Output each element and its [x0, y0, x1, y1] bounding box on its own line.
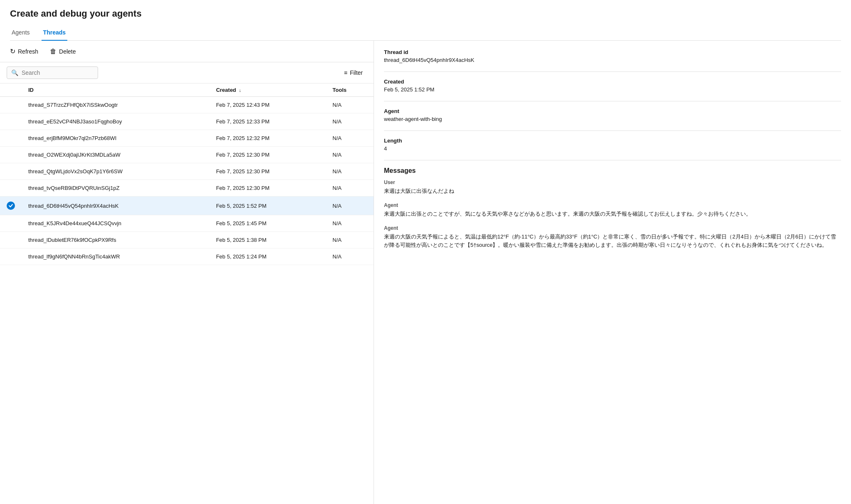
- search-icon: 🔍: [11, 69, 18, 76]
- row-id: thread_eE52vCP4NBJ3aso1FqghoBoy: [22, 113, 209, 130]
- page-header: Create and debug your agents Agents Thre…: [0, 0, 851, 41]
- refresh-label: Refresh: [18, 48, 38, 55]
- messages-container: User来週は大阪に出張なんだよねAgent来週大阪に出張とのことですが、気にな…: [384, 179, 841, 250]
- divider-3: [384, 130, 841, 131]
- row-check-cell: [0, 113, 22, 130]
- tab-agents[interactable]: Agents: [10, 26, 32, 41]
- table-row[interactable]: thread_lDubletER76k9fOCpkPX9RfsFeb 5, 20…: [0, 232, 374, 248]
- row-created: Feb 5, 2025 1:52 PM: [209, 197, 326, 215]
- row-id: thread_tvQseRB9iDtPVQRUinSGj1pZ: [22, 180, 209, 197]
- table-row[interactable]: thread_erjBfM9MOkr7ql2n7Pzb68WIFeb 7, 20…: [0, 130, 374, 147]
- message-block: Agent来週大阪に出張とのことですが、気になる天気や寒さなどがあると思います。…: [384, 202, 841, 219]
- length-label: Length: [384, 138, 841, 144]
- divider-4: [384, 160, 841, 160]
- row-created: Feb 5, 2025 1:45 PM: [209, 215, 326, 232]
- agent-value: weather-agent-with-bing: [384, 116, 841, 122]
- row-tools: N/A: [326, 248, 374, 265]
- row-check-cell: [0, 147, 22, 163]
- row-check-cell: [0, 180, 22, 197]
- check-icon: [7, 202, 15, 210]
- row-created: Feb 5, 2025 1:24 PM: [209, 248, 326, 265]
- threads-table-container: ID Created ↓ Tools thread_S7TrzcZFHfQbX7…: [0, 84, 374, 504]
- filter-label: Filter: [350, 69, 363, 76]
- message-role: Agent: [384, 202, 841, 208]
- left-panel: ↻ Refresh 🗑 Delete 🔍 ≡ Filter: [0, 41, 374, 504]
- created-value: Feb 5, 2025 1:52 PM: [384, 86, 841, 93]
- divider-2: [384, 101, 841, 101]
- row-tools: N/A: [326, 130, 374, 147]
- tab-threads[interactable]: Threads: [42, 26, 67, 41]
- row-tools: N/A: [326, 197, 374, 215]
- created-section: Created Feb 5, 2025 1:52 PM: [384, 79, 841, 93]
- message-block: Agent来週の大阪の天気予報によると、気温は最低約12°F（約-11°C）から…: [384, 225, 841, 250]
- row-id: thread_QtgWLjdoVx2sOqK7p1Y6r6SW: [22, 163, 209, 180]
- row-check-cell: [0, 130, 22, 147]
- row-id: thread_lf9gN6fQNN4bRnSgTic4akWR: [22, 248, 209, 265]
- row-created: Feb 7, 2025 12:33 PM: [209, 113, 326, 130]
- row-tools: N/A: [326, 97, 374, 113]
- message-text: 来週大阪に出張とのことですが、気になる天気や寒さなどがあると思います。来週の大阪…: [384, 210, 841, 219]
- search-box[interactable]: 🔍: [7, 66, 98, 79]
- row-tools: N/A: [326, 147, 374, 163]
- agent-section: Agent weather-agent-with-bing: [384, 108, 841, 122]
- messages-label: Messages: [384, 167, 841, 175]
- right-panel: Thread id thread_6D6tH45vQ54pnhIr9X4acHs…: [374, 41, 851, 504]
- table-row[interactable]: thread_tvQseRB9iDtPVQRUinSGj1pZFeb 7, 20…: [0, 180, 374, 197]
- row-check-cell: [0, 215, 22, 232]
- row-id: thread_erjBfM9MOkr7ql2n7Pzb68WI: [22, 130, 209, 147]
- row-created: Feb 7, 2025 12:43 PM: [209, 97, 326, 113]
- delete-button[interactable]: 🗑 Delete: [47, 46, 79, 57]
- delete-icon: 🗑: [50, 48, 57, 55]
- agent-label: Agent: [384, 108, 841, 114]
- row-tools: N/A: [326, 232, 374, 248]
- row-created: Feb 7, 2025 12:30 PM: [209, 163, 326, 180]
- row-id: thread_lDubletER76k9fOCpkPX9Rfs: [22, 232, 209, 248]
- created-label: Created: [384, 79, 841, 85]
- tab-bar: Agents Threads: [10, 26, 841, 41]
- row-id: thread_S7TrzcZFHfQbX7iSSkwOogtr: [22, 97, 209, 113]
- row-check-cell: [0, 197, 22, 215]
- row-check-cell: [0, 248, 22, 265]
- message-role: User: [384, 179, 841, 185]
- row-check-cell: [0, 232, 22, 248]
- row-created: Feb 5, 2025 1:38 PM: [209, 232, 326, 248]
- row-tools: N/A: [326, 215, 374, 232]
- search-bar-row: 🔍 ≡ Filter: [0, 62, 374, 84]
- messages-section: Messages User来週は大阪に出張なんだよねAgent来週大阪に出張との…: [384, 167, 841, 250]
- toolbar: ↻ Refresh 🗑 Delete: [0, 41, 374, 62]
- row-id: thread_K5JRv4De44xueQ44JCSQvvjn: [22, 215, 209, 232]
- table-row[interactable]: thread_O2WEXdj0ajlJKrKt3MDLa5aWFeb 7, 20…: [0, 147, 374, 163]
- message-text: 来週は大阪に出張なんだよね: [384, 187, 841, 196]
- refresh-icon: ↻: [10, 47, 15, 55]
- table-row[interactable]: thread_6D6tH45vQ54pnhIr9X4acHsKFeb 5, 20…: [0, 197, 374, 215]
- col-check: [0, 84, 22, 97]
- row-check-cell: [0, 97, 22, 113]
- row-created: Feb 7, 2025 12:32 PM: [209, 130, 326, 147]
- table-row[interactable]: thread_K5JRv4De44xueQ44JCSQvvjnFeb 5, 20…: [0, 215, 374, 232]
- refresh-button[interactable]: ↻ Refresh: [7, 46, 42, 57]
- length-value: 4: [384, 145, 841, 152]
- threads-table: ID Created ↓ Tools thread_S7TrzcZFHfQbX7…: [0, 84, 374, 265]
- thread-id-section: Thread id thread_6D6tH45vQ54pnhIr9X4acHs…: [384, 49, 841, 63]
- table-row[interactable]: thread_QtgWLjdoVx2sOqK7p1Y6r6SWFeb 7, 20…: [0, 163, 374, 180]
- filter-icon: ≡: [344, 69, 347, 76]
- message-block: User来週は大阪に出張なんだよね: [384, 179, 841, 196]
- col-id[interactable]: ID: [22, 84, 209, 97]
- table-row[interactable]: thread_S7TrzcZFHfQbX7iSSkwOogtrFeb 7, 20…: [0, 97, 374, 113]
- table-row[interactable]: thread_eE52vCP4NBJ3aso1FqghoBoyFeb 7, 20…: [0, 113, 374, 130]
- page-title: Create and debug your agents: [10, 8, 841, 19]
- row-id: thread_6D6tH45vQ54pnhIr9X4acHsK: [22, 197, 209, 215]
- search-input[interactable]: [22, 69, 93, 76]
- delete-label: Delete: [59, 48, 76, 55]
- thread-id-value: thread_6D6tH45vQ54pnhIr9X4acHsK: [384, 57, 841, 63]
- table-row[interactable]: thread_lf9gN6fQNN4bRnSgTic4akWRFeb 5, 20…: [0, 248, 374, 265]
- row-tools: N/A: [326, 163, 374, 180]
- row-tools: N/A: [326, 113, 374, 130]
- main-content: ↻ Refresh 🗑 Delete 🔍 ≡ Filter: [0, 41, 851, 504]
- thread-id-label: Thread id: [384, 49, 841, 55]
- row-created: Feb 7, 2025 12:30 PM: [209, 147, 326, 163]
- row-tools: N/A: [326, 180, 374, 197]
- filter-button[interactable]: ≡ Filter: [340, 68, 367, 78]
- col-tools[interactable]: Tools: [326, 84, 374, 97]
- col-created[interactable]: Created ↓: [209, 84, 326, 97]
